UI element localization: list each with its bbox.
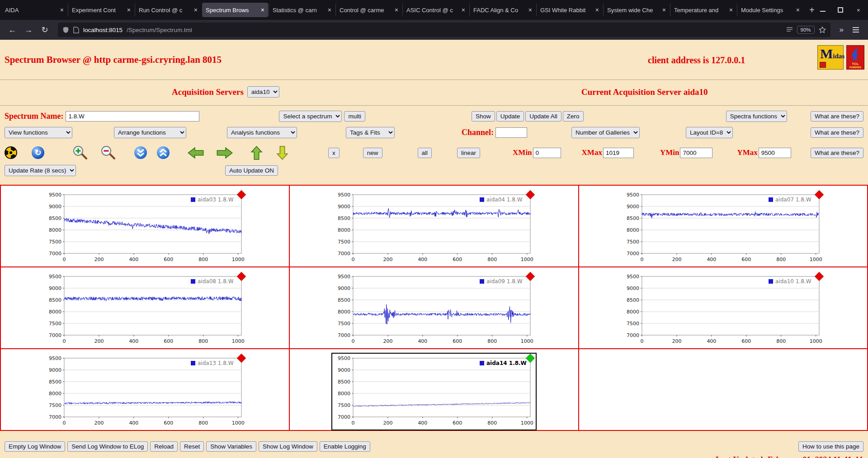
- browser-tab[interactable]: Temperature and ×: [670, 3, 736, 17]
- browser-tab[interactable]: Statistics @ carn ×: [269, 3, 335, 17]
- analysis-functions-select[interactable]: Analysis functions: [227, 127, 297, 138]
- overflow-chevron-icon[interactable]: »: [837, 25, 846, 34]
- gallery-cell-aida03[interactable]: 7000750080008500900095000200400600800100…: [0, 185, 289, 267]
- browser-tab[interactable]: Spectrum Brows ×: [202, 3, 268, 17]
- what-are-these-button[interactable]: What are these?: [811, 111, 863, 122]
- gallery-up-icon[interactable]: [250, 145, 263, 160]
- browser-tab[interactable]: Control @ carme ×: [336, 3, 402, 17]
- x-button[interactable]: x: [328, 148, 340, 158]
- gallery-next-icon[interactable]: [216, 147, 233, 159]
- zoom-out-icon[interactable]: [100, 145, 116, 160]
- spectrum-chart-aida10[interactable]: 7000750080008500900095000200400600800100…: [621, 272, 825, 348]
- log-button[interactable]: Empty Log Window: [5, 441, 65, 452]
- acquisition-server-select[interactable]: aida10: [247, 86, 279, 98]
- gallery-cell-aida08[interactable]: 7000750080008500900095000200400600800100…: [0, 267, 289, 349]
- browser-tab[interactable]: Module Settings ×: [737, 3, 803, 17]
- number-of-galleries-select[interactable]: Number of Galleries: [571, 127, 640, 138]
- tab-close-icon[interactable]: ×: [261, 7, 264, 13]
- gallery-collapse-icon[interactable]: [134, 146, 147, 159]
- multi-button[interactable]: multi: [344, 111, 365, 122]
- arrange-functions-select[interactable]: Arrange functions: [114, 127, 186, 138]
- log-button[interactable]: Enable Logging: [320, 441, 370, 452]
- browser-tab[interactable]: ASIC Control @ c ×: [403, 3, 469, 17]
- all-button[interactable]: all: [418, 148, 432, 158]
- log-button[interactable]: Reload: [150, 441, 178, 452]
- channel-input[interactable]: [495, 127, 527, 138]
- tab-close-icon[interactable]: ×: [127, 7, 131, 13]
- tab-close-icon[interactable]: ×: [595, 7, 599, 13]
- spectrum-chart-aida04[interactable]: 7000750080008500900095000200400600800100…: [332, 190, 536, 266]
- browser-tab[interactable]: Run Control @ c ×: [135, 3, 201, 17]
- spectrum-chart-aida09[interactable]: 7000750080008500900095000200400600800100…: [332, 272, 536, 348]
- gallery-cell-aida13[interactable]: 7000750080008500900095000200400600800100…: [0, 349, 289, 430]
- ymax-input[interactable]: [759, 148, 791, 158]
- update-rate-select[interactable]: Update Rate (8 secs): [5, 165, 76, 176]
- gallery-cell-aida07[interactable]: 7000750080008500900095000200400600800100…: [579, 185, 868, 267]
- maximize-icon[interactable]: [838, 7, 843, 13]
- linear-button[interactable]: linear: [457, 148, 480, 158]
- spectrum-chart-aida13[interactable]: 7000750080008500900095000200400600800100…: [43, 354, 247, 430]
- auto-update-button[interactable]: Auto Update ON: [225, 165, 278, 176]
- minimize-icon[interactable]: [820, 8, 826, 12]
- tab-close-icon[interactable]: ×: [528, 7, 532, 13]
- browser-tab[interactable]: Experiment Cont ×: [68, 3, 134, 17]
- spectrum-name-input[interactable]: [66, 111, 199, 122]
- tab-close-icon[interactable]: ×: [194, 7, 198, 13]
- tab-close-icon[interactable]: ×: [328, 7, 331, 13]
- browser-tab[interactable]: FADC Align & Co ×: [470, 3, 536, 17]
- reload-icon[interactable]: ↻: [38, 23, 52, 37]
- forward-icon[interactable]: →: [22, 23, 35, 37]
- radioactive-icon[interactable]: [5, 146, 17, 159]
- what-are-these-button[interactable]: What are these?: [811, 127, 863, 138]
- gallery-cell-aida04[interactable]: 7000750080008500900095000200400600800100…: [289, 185, 578, 267]
- back-icon[interactable]: ←: [5, 23, 19, 37]
- zoom-level-badge[interactable]: 90%: [797, 26, 815, 34]
- close-window-icon[interactable]: ×: [855, 7, 862, 13]
- xmin-input[interactable]: [533, 148, 561, 158]
- tags-fits-select[interactable]: Tags & Fits: [346, 127, 395, 138]
- select-spectrum-dropdown[interactable]: Select a spectrum: [279, 111, 342, 122]
- layout-id-select[interactable]: Layout ID=8: [686, 127, 733, 138]
- update-all-button[interactable]: Update All: [525, 111, 561, 122]
- menu-icon[interactable]: [849, 23, 863, 37]
- show-button[interactable]: Show: [472, 111, 495, 122]
- gallery-cell-aida10[interactable]: 7000750080008500900095000200400600800100…: [579, 267, 868, 349]
- gallery-prev-icon[interactable]: [187, 147, 204, 159]
- spectrum-chart-aida07[interactable]: 7000750080008500900095000200400600800100…: [621, 190, 825, 266]
- midas-logo[interactable]: Midas: [817, 45, 844, 70]
- spectrum-chart-aida08[interactable]: 7000750080008500900095000200400600800100…: [43, 272, 247, 348]
- browser-tab[interactable]: AIDA ×: [1, 3, 67, 17]
- tab-close-icon[interactable]: ×: [395, 7, 398, 13]
- gallery-expand-icon[interactable]: [156, 146, 170, 159]
- gallery-down-icon[interactable]: [276, 145, 288, 160]
- tcl-powered-logo[interactable]: TCL POWERED: [846, 45, 864, 70]
- url-bar[interactable]: localhost:8015/Spectrum/Spectrum.tml 90%: [58, 23, 830, 37]
- zoom-in-icon[interactable]: [72, 145, 88, 160]
- spectra-functions-select[interactable]: Spectra functions: [726, 111, 787, 122]
- what-are-these-button[interactable]: What are these?: [811, 148, 863, 158]
- tab-close-icon[interactable]: ×: [60, 7, 64, 13]
- gallery-cell-aida09[interactable]: 7000750080008500900095000200400600800100…: [289, 267, 578, 349]
- refresh-icon[interactable]: ↻: [32, 146, 44, 159]
- log-button[interactable]: Show Variables: [206, 441, 256, 452]
- log-button[interactable]: Reset: [180, 441, 204, 452]
- new-button[interactable]: new: [363, 148, 382, 158]
- xmax-input[interactable]: [603, 148, 634, 158]
- how-to-use-button[interactable]: How to use this page: [798, 441, 863, 452]
- spectrum-chart-aida14[interactable]: 7000750080008500900095000200400600800100…: [332, 354, 536, 430]
- tab-close-icon[interactable]: ×: [662, 7, 666, 13]
- log-button[interactable]: Send Log Window to ELog: [67, 441, 148, 452]
- gallery-cell-aida14[interactable]: 7000750080008500900095000200400600800100…: [289, 349, 578, 430]
- ymin-input[interactable]: [680, 148, 712, 158]
- reader-mode-icon[interactable]: [786, 27, 793, 33]
- page-icon[interactable]: [73, 27, 79, 33]
- zero-button[interactable]: Zero: [563, 111, 584, 122]
- log-button[interactable]: Show Log Window: [259, 441, 317, 452]
- spectrum-chart-aida03[interactable]: 7000750080008500900095000200400600800100…: [43, 190, 247, 266]
- shield-icon[interactable]: [62, 26, 69, 33]
- tab-close-icon[interactable]: ×: [462, 7, 465, 13]
- new-tab-button[interactable]: +: [804, 5, 820, 15]
- browser-tab[interactable]: GSI White Rabbit ×: [537, 3, 603, 17]
- tab-close-icon[interactable]: ×: [796, 7, 800, 13]
- view-functions-select[interactable]: View functions: [5, 127, 72, 138]
